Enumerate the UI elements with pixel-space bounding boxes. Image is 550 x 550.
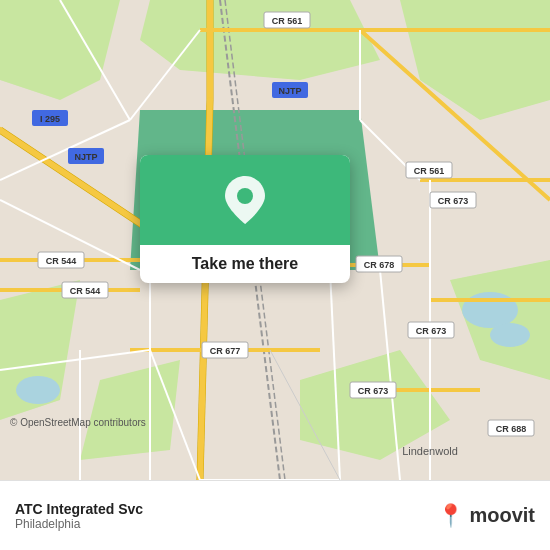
map-container: I 295 NJTP NJTP CR 561 CR 561 CR 673 CR … — [0, 0, 550, 480]
svg-point-71 — [237, 188, 253, 204]
location-name: ATC Integrated Svc — [15, 501, 437, 517]
svg-text:CR 544: CR 544 — [46, 256, 77, 266]
svg-point-8 — [462, 292, 518, 328]
svg-text:CR 673: CR 673 — [438, 196, 469, 206]
svg-text:CR 678: CR 678 — [364, 260, 395, 270]
popup-header — [140, 155, 350, 245]
bottom-bar: ATC Integrated Svc Philadelphia 📍 moovit — [0, 480, 550, 550]
svg-point-9 — [490, 323, 530, 347]
moovit-pin-icon: 📍 — [437, 503, 464, 529]
moovit-logo: 📍 moovit — [437, 503, 535, 529]
svg-text:CR 677: CR 677 — [210, 346, 241, 356]
location-pin-icon — [225, 176, 265, 224]
svg-text:NJTP: NJTP — [74, 152, 97, 162]
osm-attribution: © OpenStreetMap contributors — [10, 417, 146, 428]
svg-text:CR 673: CR 673 — [358, 386, 389, 396]
moovit-brand-name: moovit — [469, 504, 535, 527]
svg-text:CR 673: CR 673 — [416, 326, 447, 336]
svg-text:I 295: I 295 — [40, 114, 60, 124]
svg-text:CR 561: CR 561 — [272, 16, 303, 26]
location-popup: Take me there — [140, 155, 350, 283]
svg-text:NJTP: NJTP — [278, 86, 301, 96]
svg-point-10 — [16, 376, 60, 404]
location-info: ATC Integrated Svc Philadelphia — [15, 501, 437, 531]
take-me-there-button[interactable]: Take me there — [140, 245, 350, 283]
location-city: Philadelphia — [15, 517, 437, 531]
svg-text:CR 688: CR 688 — [496, 424, 527, 434]
svg-text:CR 544: CR 544 — [70, 286, 101, 296]
svg-text:Lindenwold: Lindenwold — [402, 445, 458, 457]
svg-text:CR 561: CR 561 — [414, 166, 445, 176]
